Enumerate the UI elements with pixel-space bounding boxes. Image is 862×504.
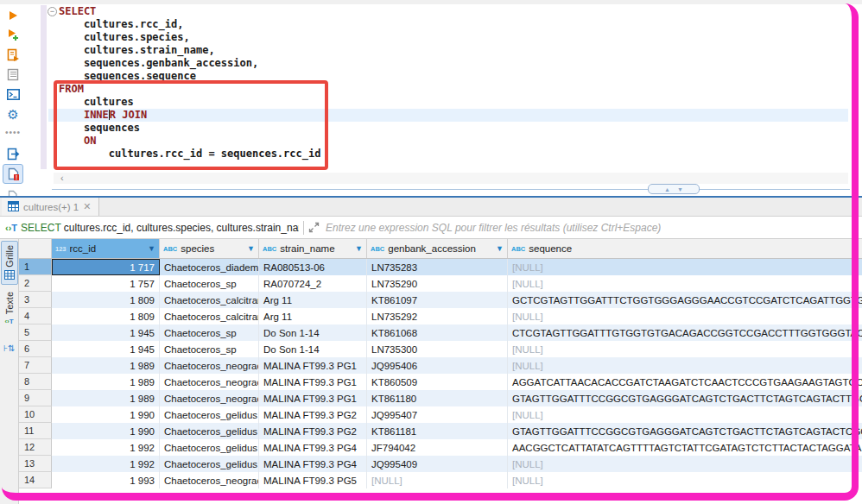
cell-strain_name[interactable]: Arg 11 (259, 292, 367, 308)
cell-species[interactable]: Chaetoceros_neogracilis (160, 357, 259, 374)
column-header-strain_name[interactable]: ABCstrain_name▼ (259, 239, 367, 258)
column-header-species[interactable]: ABCspecies▼ (160, 239, 259, 258)
cell-sequence[interactable]: GCTCGTAGTTGGATTTCTGGTGGGAGGGAACCGTCCGATC… (508, 292, 862, 308)
cell-genbank_accession[interactable]: LN735292 (367, 308, 508, 324)
tab-close-icon[interactable]: ✕ (83, 201, 91, 212)
cell-rcc_id[interactable]: 1 993 (52, 472, 160, 488)
cell-rcc_id[interactable]: 1 992 (52, 439, 160, 456)
table-row[interactable]: 11 717Chaetoceros_diademaRA080513-06LN73… (19, 259, 862, 275)
cell-species[interactable]: Chaetoceros_diadema (160, 259, 259, 275)
cell-species[interactable]: Chaetoceros_sp (160, 275, 259, 292)
cell-genbank_accession[interactable]: JQ995407 (367, 406, 508, 423)
unsaved-file-icon[interactable]: ! (3, 164, 23, 184)
cell-strain_name[interactable]: Do Son 1-14 (259, 341, 367, 357)
cell-strain_name[interactable]: Do Son 1-14 (259, 324, 367, 341)
cell-genbank_accession[interactable]: KT861180 (367, 390, 508, 406)
splitter-collapse-buttons[interactable]: ▲ ▼ (648, 184, 700, 194)
cell-species[interactable]: Chaetoceros_gelidus (160, 456, 259, 472)
row-number[interactable]: 2 (19, 275, 52, 292)
scroll-left-icon[interactable]: ‹ (60, 173, 64, 183)
row-number[interactable]: 8 (19, 374, 52, 390)
more-dots-icon[interactable]: •••• (3, 124, 23, 144)
table-row[interactable]: 81 989Chaetoceros_neogracilisMALINA FT99… (19, 374, 862, 390)
cell-rcc_id[interactable]: 1 989 (52, 357, 160, 374)
execute-new-tab-icon[interactable] (3, 25, 23, 45)
code-fold-icon[interactable]: − (48, 7, 57, 16)
cell-rcc_id[interactable]: 1 989 (52, 374, 160, 390)
cell-genbank_accession[interactable]: JF794042 (367, 439, 508, 456)
cell-rcc_id[interactable]: 1 757 (52, 275, 160, 292)
cell-strain_name[interactable]: MALINA FT99.3 PG4 (259, 456, 367, 472)
explain-plan-icon[interactable] (3, 65, 23, 85)
cell-sequence[interactable]: [NULL] (508, 357, 862, 374)
cell-genbank_accession[interactable]: LN735290 (367, 275, 508, 292)
column-filter-icon[interactable]: ▼ (148, 244, 155, 253)
cell-species[interactable]: Chaetoceros_gelidus (160, 423, 259, 439)
cell-strain_name[interactable]: MALINA FT99.3 PG4 (259, 439, 367, 456)
cell-species[interactable]: Chaetoceros_sp (160, 341, 259, 357)
code-line[interactable]: cultures.species, (59, 31, 320, 44)
export-data-icon[interactable] (3, 144, 23, 164)
cell-species[interactable]: Chaetoceros_gelidus (160, 406, 259, 423)
cell-rcc_id[interactable]: 1 945 (52, 324, 160, 341)
cell-sequence[interactable]: [NULL] (508, 308, 862, 324)
cell-sequence[interactable]: AGGATCATTAACACACCGATCTAAGATCTCAACTCCCGTG… (508, 374, 862, 390)
table-row[interactable]: 141 993Chaetoceros_neogracilisMALINA FT9… (19, 472, 862, 488)
tab-texte[interactable]: Texte ‹›T (1, 288, 18, 328)
row-number[interactable]: 13 (19, 456, 52, 472)
table-row[interactable]: 131 992Chaetoceros_gelidusMALINA FT99.3 … (19, 456, 862, 472)
cell-genbank_accession[interactable]: KT861068 (367, 324, 508, 341)
execute-script-icon[interactable] (3, 45, 23, 65)
cell-strain_name[interactable]: MALINA FT99.3 PG2 (259, 423, 367, 439)
filter-input[interactable]: Entrez une expression SQL pour filtrer l… (326, 222, 661, 234)
cell-rcc_id[interactable]: 1 809 (52, 292, 160, 308)
row-number[interactable]: 5 (19, 324, 52, 341)
execute-statement-icon[interactable] (3, 5, 23, 25)
cell-strain_name[interactable]: Arg 11 (259, 308, 367, 324)
code-line[interactable]: SELECT (59, 5, 320, 18)
table-row[interactable]: 111 990Chaetoceros_gelidusMALINA FT99.3 … (19, 423, 862, 439)
cell-sequence[interactable]: [NULL] (508, 341, 862, 357)
column-filter-icon[interactable]: ▼ (496, 244, 504, 253)
row-number[interactable]: 6 (19, 341, 52, 357)
cell-strain_name[interactable]: RA070724_2 (259, 275, 367, 292)
cell-species[interactable]: Chaetoceros_gelidus (160, 439, 259, 456)
row-number[interactable]: 1 (19, 259, 52, 275)
table-row[interactable]: 61 945Chaetoceros_spDo Son 1-14LN735300[… (19, 341, 862, 357)
table-row[interactable]: 21 757Chaetoceros_spRA070724_2LN735290[N… (19, 275, 862, 292)
column-filter-icon[interactable]: ▼ (247, 244, 255, 253)
tab-cultures-results[interactable]: cultures(+) 1 ✕ (2, 198, 99, 216)
cell-species[interactable]: Chaetoceros_neogracilis (160, 374, 259, 390)
cell-strain_name[interactable]: MALINA FT99.3 PG1 (259, 390, 367, 406)
cell-genbank_accession[interactable]: KT861181 (367, 423, 508, 439)
cell-genbank_accession[interactable]: JQ995409 (367, 456, 508, 472)
cell-rcc_id[interactable]: 1 945 (52, 341, 160, 357)
table-row[interactable]: 41 809Chaetoceros_calcitransArg 11LN7352… (19, 308, 862, 324)
value-panel-icon[interactable]: ⊦⇅ (3, 343, 16, 353)
cell-rcc_id[interactable]: 1 989 (52, 390, 160, 406)
table-row[interactable]: 121 992Chaetoceros_gelidusMALINA FT99.3 … (19, 439, 862, 456)
active-query-text[interactable]: SELECT cultures.rcc_id, cultures.species… (21, 222, 299, 234)
settings-gear-icon[interactable]: ⚙ (3, 104, 23, 124)
tab-grille[interactable]: Grille (1, 241, 18, 285)
table-row[interactable]: 71 989Chaetoceros_neogracilisMALINA FT99… (19, 357, 862, 374)
cell-rcc_id[interactable]: 1 990 (52, 406, 160, 423)
cell-sequence[interactable]: GTAGTTGGATTTCCGGCGTGAGGGATCAGTCTGACTTCTA… (508, 390, 862, 406)
cell-sequence[interactable]: [NULL] (508, 275, 862, 292)
table-row[interactable]: 91 989Chaetoceros_neogracilisMALINA FT99… (19, 390, 862, 406)
cell-sequence[interactable]: [NULL] (508, 472, 862, 488)
row-number[interactable]: 14 (19, 472, 52, 488)
cell-genbank_accession[interactable]: LN735300 (367, 341, 508, 357)
row-number[interactable]: 12 (19, 439, 52, 456)
cell-sequence[interactable]: [NULL] (508, 406, 862, 423)
cell-rcc_id[interactable]: 1 717 (52, 259, 160, 275)
cell-strain_name[interactable]: MALINA FT99.3 PG2 (259, 406, 367, 423)
code-line[interactable]: cultures.strain_name, (59, 44, 320, 57)
code-line[interactable]: sequences.genbank_accession, (59, 57, 320, 70)
cell-genbank_accession[interactable]: KT860509 (367, 374, 508, 390)
cell-species[interactable]: Chaetoceros_neogracilis (160, 390, 259, 406)
cell-rcc_id[interactable]: 1 990 (52, 423, 160, 439)
column-header-genbank_accession[interactable]: ABCgenbank_accession▼ (367, 239, 508, 258)
cell-sequence[interactable]: AACGGCTCATTATATCAGTTTTAGTCTATTCGATAGTCTC… (508, 439, 862, 456)
row-number-header[interactable] (19, 239, 52, 258)
